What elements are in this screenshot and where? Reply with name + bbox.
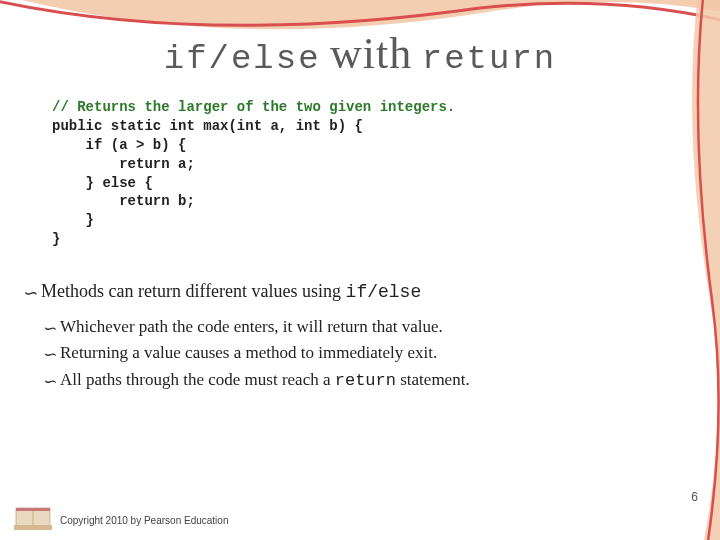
copyright-text: Copyright 2010 by Pearson Education bbox=[60, 515, 228, 526]
code-example: // Returns the larger of the two given i… bbox=[52, 98, 455, 249]
bullet-text: Methods can return different values usin… bbox=[41, 281, 346, 301]
code-line: if (a > b) { bbox=[52, 137, 186, 153]
bullet-icon: ∽ bbox=[22, 282, 37, 304]
code-line: } else { bbox=[52, 175, 153, 191]
decorative-swoosh bbox=[0, 0, 720, 540]
code-line: public static int max(int a, int b) { bbox=[52, 118, 363, 134]
sub-bullet-mono: return bbox=[335, 371, 396, 390]
code-line: return a; bbox=[52, 156, 195, 172]
sub-bullet-text: Whichever path the code enters, it will … bbox=[60, 317, 443, 336]
bullet-mono: if/else bbox=[346, 282, 422, 302]
code-comment: // Returns the larger of the two given i… bbox=[52, 99, 455, 115]
sub-bullet-text: Returning a value causes a method to imm… bbox=[60, 343, 437, 362]
list-item: ∽Returning a value causes a method to im… bbox=[42, 340, 470, 366]
title-part-ifelse: if/else bbox=[164, 40, 321, 78]
bullet-icon: ∽ bbox=[42, 316, 56, 342]
bullet-icon: ∽ bbox=[42, 342, 56, 368]
book-icon bbox=[14, 502, 52, 530]
list-item: ∽All paths through the code must reach a… bbox=[42, 367, 470, 394]
main-bullet: ∽Methods can return different values usi… bbox=[22, 280, 421, 302]
svg-rect-3 bbox=[14, 525, 52, 530]
bullet-icon: ∽ bbox=[42, 369, 56, 395]
page-number: 6 bbox=[691, 490, 698, 504]
title-part-with: with bbox=[330, 29, 412, 78]
code-line: } bbox=[52, 212, 94, 228]
list-item: ∽Whichever path the code enters, it will… bbox=[42, 314, 470, 340]
title-part-return: return bbox=[422, 40, 556, 78]
sub-bullet-list: ∽Whichever path the code enters, it will… bbox=[42, 314, 470, 394]
code-line: return b; bbox=[52, 193, 195, 209]
slide-title: if/else with return bbox=[0, 28, 720, 79]
sub-bullet-text-b: statement. bbox=[396, 370, 470, 389]
sub-bullet-text-a: All paths through the code must reach a bbox=[60, 370, 335, 389]
code-line: } bbox=[52, 231, 60, 247]
